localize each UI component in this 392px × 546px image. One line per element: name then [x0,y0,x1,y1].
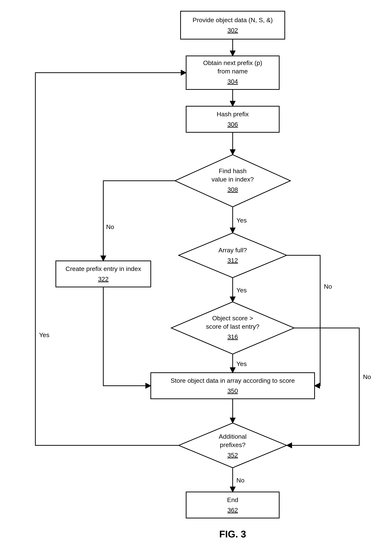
node-362-ref: 362 [228,507,238,514]
edge-308-no: No [106,223,114,230]
edge-352-yes: Yes [39,331,49,338]
node-312-text: Array full? [218,247,247,254]
node-322-text: Create prefix entry in index [65,265,141,272]
node-350-text: Store object data in array according to … [171,377,295,384]
node-312-ref: 312 [228,257,238,264]
node-352-ref: 352 [228,452,238,459]
node-316-text2: score of last entry? [206,323,259,330]
svg-marker-4 [179,233,287,278]
edge-312-yes: Yes [236,287,247,294]
node-316-text1: Object score > [212,315,253,322]
svg-rect-6 [56,261,151,287]
svg-rect-0 [181,11,285,39]
node-304-text1: Obtain next prefix (p) [203,59,262,66]
node-306-ref: 306 [228,121,238,128]
svg-rect-9 [186,492,279,518]
node-304-ref: 304 [228,78,238,85]
node-302-ref: 302 [228,27,238,34]
edge-352-no: No [236,477,244,484]
flowchart: Provide object data (N, S, &) 302 Obtain… [0,0,392,546]
node-322-ref: 322 [98,275,109,282]
node-316-ref: 316 [228,333,238,340]
edge-316-no: No [363,373,371,380]
svg-rect-2 [186,106,279,132]
node-352-text2: prefixes? [220,441,246,448]
node-306-text: Hash prefix [217,110,249,117]
node-308-ref: 308 [228,186,238,193]
node-308-text1: Find hash [219,167,247,175]
node-308-text2: value in index? [212,176,254,183]
edge-308-yes: Yes [236,217,247,224]
node-352-text1: Additional [219,433,247,440]
figure-label: FIG. 3 [219,529,246,540]
node-304-text2: from name [218,68,248,75]
node-362-text: End [227,496,238,503]
edge-316-yes: Yes [236,360,247,367]
edge-312-no: No [324,283,332,290]
node-302-text: Provide object data (N, S, &) [193,16,273,24]
svg-rect-7 [151,373,315,399]
node-350-ref: 350 [228,387,238,394]
